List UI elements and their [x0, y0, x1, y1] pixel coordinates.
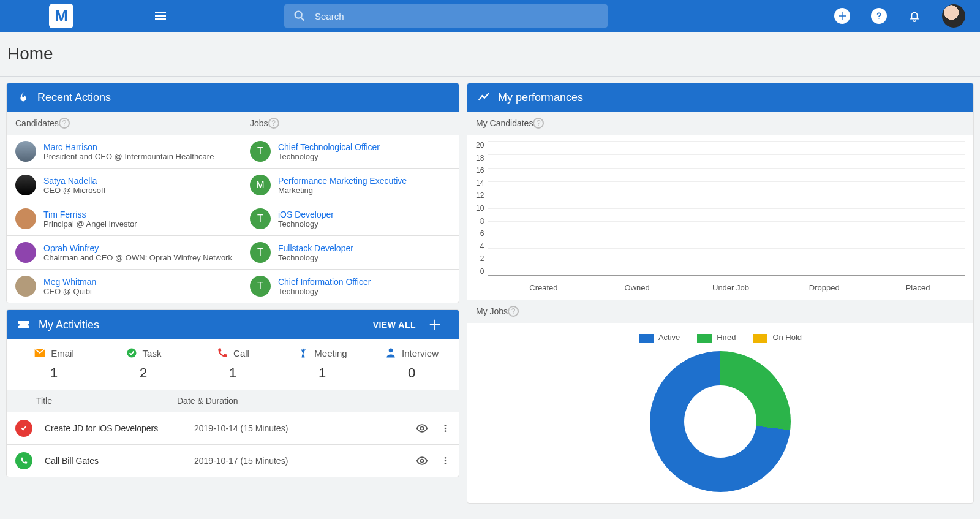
recent-actions-header: Recent Actions — [7, 83, 459, 112]
my-performances-header: My performances — [467, 83, 973, 112]
candidate-avatar — [15, 175, 36, 195]
candidate-avatar — [15, 242, 36, 263]
help-icon[interactable]: ? — [59, 118, 70, 129]
activity-count: 1 — [318, 365, 326, 381]
bar-category-label: Owned — [590, 283, 684, 292]
help-icon[interactable]: ? — [268, 118, 279, 129]
candidate-name[interactable]: Satya Nadella — [43, 176, 105, 186]
job-name[interactable]: Chief Information Officer — [278, 277, 371, 287]
question-icon — [875, 12, 883, 20]
candidate-avatar — [15, 276, 36, 297]
job-avatar: T — [250, 208, 271, 229]
meeting-icon — [297, 347, 309, 359]
activity-type-label: Email — [51, 348, 74, 358]
activity-count: 1 — [229, 365, 236, 381]
candidate-name[interactable]: Oprah Winfrey — [43, 243, 232, 253]
help-icon[interactable]: ? — [508, 306, 519, 317]
activity-row[interactable]: Call Bill Gates 2019-10-17 (15 Minutes) — [7, 444, 459, 477]
svg-line-1 — [301, 18, 304, 21]
job-subtitle: Technology — [278, 219, 334, 229]
candidate-item[interactable]: Satya Nadella CEO @ Microsoft — [7, 168, 241, 202]
app-logo[interactable]: M — [49, 4, 74, 28]
job-subtitle: Technology — [278, 253, 353, 262]
recent-jobs-column: Jobs ? T Chief Technological Officer Tec… — [241, 112, 459, 303]
activity-summary-item[interactable]: Interview 0 — [367, 347, 456, 381]
svg-point-8 — [445, 430, 447, 432]
svg-point-11 — [445, 460, 447, 462]
job-item[interactable]: T Chief Technological Officer Technology — [241, 135, 459, 168]
svg-point-9 — [421, 460, 424, 463]
job-name[interactable]: Fullstack Developer — [278, 243, 353, 253]
fire-icon — [17, 91, 30, 104]
eye-icon[interactable] — [416, 455, 428, 467]
chart-line-icon — [477, 91, 491, 104]
bar-category-label: Created — [497, 283, 590, 292]
bar-category-label: Dropped — [777, 283, 871, 292]
bar-category-label: Under Job — [684, 283, 778, 292]
more-icon[interactable] — [440, 422, 450, 434]
notifications-button[interactable] — [908, 9, 921, 23]
plus-icon — [837, 11, 847, 21]
interview-icon — [385, 347, 397, 359]
candidates-bar-chart: 20181614121086420 — [467, 135, 973, 279]
svg-point-6 — [445, 425, 447, 426]
add-button[interactable] — [834, 8, 850, 24]
activity-type-label: Meeting — [314, 348, 347, 358]
more-icon[interactable] — [440, 455, 450, 467]
activity-type-label: Interview — [402, 348, 439, 358]
my-activities-header: My Activities VIEW ALL — [7, 310, 459, 339]
help-icon[interactable]: ? — [533, 118, 544, 129]
eye-icon[interactable] — [416, 422, 428, 434]
job-item[interactable]: T iOS Developer Technology — [241, 202, 459, 235]
candidate-subtitle: Chairman and CEO @ OWN: Oprah Winfrey Ne… — [43, 253, 232, 262]
svg-point-10 — [445, 457, 447, 459]
candidate-name[interactable]: Tim Ferriss — [43, 210, 137, 219]
legend-item: On Hold — [753, 333, 802, 343]
svg-point-4 — [389, 349, 393, 353]
job-subtitle: Marketing — [278, 186, 407, 195]
job-item[interactable]: T Fullstack Developer Technology — [241, 235, 459, 269]
job-name[interactable]: iOS Developer — [278, 210, 334, 219]
add-activity-button[interactable] — [428, 318, 442, 331]
menu-button[interactable] — [153, 9, 168, 23]
activity-summary-item[interactable]: Meeting 1 — [277, 347, 367, 381]
candidate-avatar — [15, 208, 36, 229]
svg-point-12 — [445, 463, 447, 464]
ticket-icon — [17, 317, 31, 332]
candidate-item[interactable]: Marc Harrison President and CEO @ Interm… — [7, 135, 241, 168]
activity-summary-item[interactable]: Email 1 — [9, 347, 99, 381]
legend-item: Active — [639, 333, 680, 343]
job-name[interactable]: Chief Technological Officer — [278, 142, 380, 152]
candidates-subheader: Candidates — [15, 118, 59, 128]
candidate-avatar — [15, 141, 36, 162]
activities-col-title: Title — [36, 396, 177, 406]
view-all-link[interactable]: VIEW ALL — [373, 320, 416, 330]
email-icon — [34, 347, 46, 359]
page-title: Home — [0, 32, 980, 77]
activity-count: 1 — [50, 365, 58, 381]
candidate-item[interactable]: Meg Whitman CEO @ Quibi — [7, 269, 241, 303]
activity-summary-item[interactable]: Task 2 — [99, 347, 188, 381]
candidate-item[interactable]: Tim Ferriss Principal @ Angel Investor — [7, 202, 241, 235]
svg-point-7 — [445, 428, 447, 430]
candidate-name[interactable]: Marc Harrison — [43, 142, 214, 152]
candidate-name[interactable]: Meg Whitman — [43, 277, 96, 287]
help-button[interactable] — [871, 8, 887, 24]
recent-candidates-column: Candidates ? Marc Harrison President and… — [7, 112, 241, 303]
activity-summary-item[interactable]: Call 1 — [188, 347, 277, 381]
activity-date: 2019-10-17 (15 Minutes) — [194, 456, 407, 466]
activities-col-date: Date & Duration — [177, 396, 450, 406]
job-name[interactable]: Performance Marketing Executive — [278, 176, 407, 186]
bell-icon — [908, 9, 921, 23]
jobs-subheader: Jobs — [250, 118, 268, 128]
user-avatar[interactable] — [942, 4, 965, 28]
svg-point-0 — [295, 12, 302, 18]
job-item[interactable]: M Performance Marketing Executive Market… — [241, 168, 459, 202]
activity-type-label: Call — [233, 348, 249, 358]
activity-row[interactable]: Create JD for iOS Developers 2019-10-14 … — [7, 412, 459, 444]
job-item[interactable]: T Chief Information Officer Technology — [241, 269, 459, 303]
search-input[interactable]: Search — [284, 4, 608, 28]
candidate-item[interactable]: Oprah Winfrey Chairman and CEO @ OWN: Op… — [7, 235, 241, 269]
call-badge-icon — [15, 452, 32, 469]
my-candidates-subheader: My Candidates — [476, 118, 533, 128]
